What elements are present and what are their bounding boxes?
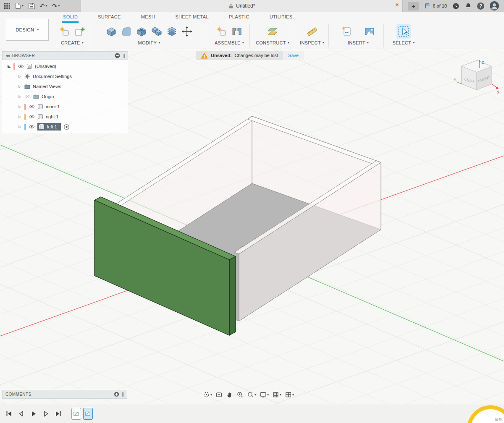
grid-settings-icon	[272, 391, 279, 398]
visibility-eye-icon[interactable]	[29, 115, 35, 119]
expander-icon[interactable]: ▷	[18, 74, 22, 78]
body-icon	[37, 114, 43, 120]
play-button[interactable]	[30, 411, 37, 417]
document-tab[interactable]: Untitled* ×	[81, 0, 403, 12]
visibility-eye-icon[interactable]	[18, 64, 24, 68]
expander-icon[interactable]: ▷	[18, 104, 22, 109]
expander-icon[interactable]: ▷	[18, 115, 22, 119]
create-sketch-button[interactable]	[72, 26, 87, 37]
tree-item-inner[interactable]: ▷ inner:1	[2, 102, 128, 112]
viewcube[interactable]: LEFT FRONT Z Y X	[454, 58, 501, 100]
help-button[interactable]: ?	[477, 3, 484, 10]
save-link-button[interactable]: Save	[283, 51, 304, 60]
expander-icon[interactable]: ▷	[18, 84, 22, 89]
go-to-start-button[interactable]	[6, 411, 13, 417]
panel-grip[interactable]	[122, 392, 124, 397]
measure-button[interactable]	[304, 26, 320, 37]
user-avatar[interactable]	[490, 1, 499, 10]
minimize-circle-icon[interactable]	[115, 53, 120, 58]
assemble-new-component-button[interactable]	[214, 26, 229, 37]
timeline-feature-sketch[interactable]	[71, 408, 81, 420]
grid-settings-button[interactable]: ▾	[272, 391, 281, 398]
rollback-color-bar	[13, 63, 15, 70]
tab-solid[interactable]: SOLID	[62, 13, 79, 23]
visibility-eye-icon[interactable]	[29, 104, 35, 109]
z-axis-arrow	[478, 60, 480, 62]
timeline-feature-sketch-selected[interactable]	[83, 408, 93, 420]
expander-icon[interactable]: ▷	[18, 125, 22, 129]
activate-component-radio-icon[interactable]	[63, 124, 70, 130]
press-pull-button[interactable]	[104, 26, 119, 37]
step-back-button[interactable]	[18, 411, 25, 417]
workspace-switcher[interactable]: DESIGN ▾	[6, 19, 49, 41]
tree-item-document-settings[interactable]: ▷ Document Settings	[2, 71, 128, 81]
collapse-panel-icon[interactable]: ◀◀	[5, 54, 9, 57]
group-insert-menu[interactable]: INSERT ▾	[348, 40, 369, 45]
panel-grip[interactable]	[123, 54, 125, 58]
orbit-button[interactable]: ▾	[203, 391, 212, 398]
construct-plane-button[interactable]	[265, 26, 280, 37]
go-to-end-button[interactable]	[55, 411, 61, 417]
move-copy-button[interactable]	[179, 26, 194, 37]
new-tab-button[interactable]: +	[408, 2, 419, 10]
expander-icon[interactable]: ▷	[18, 94, 22, 99]
look-at-button[interactable]	[215, 391, 223, 398]
redo-button[interactable]: ↷ ▾	[52, 3, 60, 9]
display-settings-button[interactable]: ▾	[260, 391, 269, 398]
tree-item-left-selected[interactable]: ▷ left:1	[2, 122, 128, 132]
group-construct-menu[interactable]: CONSTRUCT ▾	[256, 40, 289, 45]
shell-button[interactable]	[134, 26, 149, 37]
tree-item-document[interactable]: (Unsaved)	[2, 61, 128, 71]
app-launcher-button[interactable]	[4, 3, 10, 9]
expand-circle-icon[interactable]	[114, 392, 119, 397]
ribbon-tabs: SOLID SURFACE MESH SHEET METAL PLASTIC U…	[62, 12, 504, 23]
tab-surface[interactable]: SURFACE	[97, 13, 122, 23]
zoom-window-button[interactable]	[236, 391, 244, 398]
orbit-icon	[203, 391, 210, 398]
undo-button[interactable]: ↶ ▾	[39, 3, 47, 9]
save-button[interactable]	[28, 3, 35, 9]
joint-button[interactable]	[229, 26, 244, 37]
insert-svg-icon	[341, 26, 352, 37]
notification-bell-icon[interactable]	[465, 3, 472, 10]
group-select-menu[interactable]: SELECT ▾	[393, 40, 415, 45]
comments-header[interactable]: COMMENTS	[2, 390, 127, 399]
pan-button[interactable]	[226, 391, 233, 398]
insert-svg-button[interactable]	[339, 26, 354, 37]
combine-button[interactable]	[149, 26, 164, 37]
group-label: MODIFY	[138, 40, 157, 45]
job-status-button[interactable]: 6 of 10	[424, 3, 447, 9]
step-forward-button[interactable]	[42, 411, 49, 417]
tab-mesh[interactable]: MESH	[140, 13, 156, 23]
fillet-button[interactable]	[119, 26, 134, 37]
selected-item-highlight[interactable]: left:1	[37, 123, 61, 131]
tree-item-named-views[interactable]: ▷ Named Views	[2, 81, 128, 91]
group-inspect-menu[interactable]: INSPECT ▾	[300, 40, 324, 45]
tab-sheet-metal[interactable]: SHEET METAL	[174, 13, 210, 23]
select-button[interactable]	[396, 24, 411, 39]
visibility-eye-off-icon[interactable]	[24, 94, 31, 99]
titlebar-right-tools: + 6 of 10 ?	[403, 0, 504, 12]
group-modify-menu[interactable]: MODIFY ▾	[138, 40, 160, 45]
close-tab-button[interactable]: ×	[395, 2, 399, 8]
clock-icon[interactable]	[452, 3, 459, 10]
green-panel-side[interactable]	[229, 256, 236, 335]
body-icon	[37, 104, 43, 110]
browser-header[interactable]: ◀◀ BROWSER	[2, 51, 128, 60]
tab-utilities[interactable]: UTILITIES	[269, 13, 294, 23]
tree-item-origin[interactable]: ▷ Origin	[2, 91, 128, 102]
visibility-eye-icon[interactable]	[29, 125, 35, 129]
group-select: SELECT ▾	[389, 23, 418, 49]
new-component-button[interactable]	[57, 26, 72, 37]
group-assemble-menu[interactable]: ASSEMBLE ▾	[215, 40, 244, 45]
z-axis-label: Z	[482, 60, 484, 65]
group-create-menu[interactable]: CREATE ▾	[61, 40, 84, 45]
tree-item-right[interactable]: ▷ right:1	[2, 112, 128, 122]
zoom-button[interactable]: ▾	[247, 391, 256, 398]
tab-plastic[interactable]: PLASTIC	[228, 13, 250, 23]
file-menu-button[interactable]: ▾	[15, 3, 24, 9]
dropdown-caret-icon: ▾	[210, 393, 212, 397]
insert-decal-button[interactable]	[362, 26, 377, 37]
viewports-button[interactable]: ▾	[285, 391, 294, 398]
offset-face-button[interactable]	[164, 26, 179, 37]
